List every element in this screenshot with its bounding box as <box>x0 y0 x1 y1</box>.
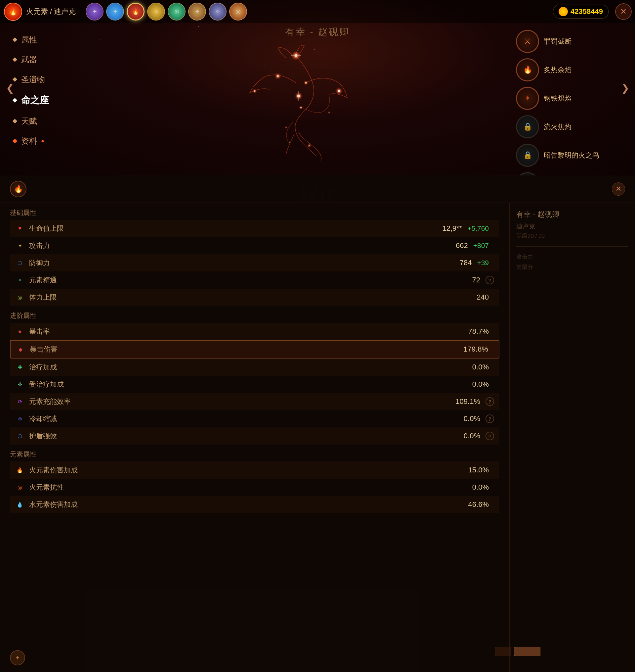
char-avatar-5[interactable]: ❄ <box>168 3 185 21</box>
info-divider <box>516 246 628 247</box>
stat-value-em: 72 <box>472 276 480 285</box>
stat-row-er: ⟳ 元素充能效率 109.1% ? <box>10 393 499 410</box>
action-btn-add[interactable]: + <box>10 650 25 665</box>
stat-icon-er: ⟳ <box>15 397 24 406</box>
stat-name-em: 元素精通 <box>29 275 472 285</box>
char-avatar-8[interactable]: ◎ <box>229 3 247 21</box>
lock-icon-4: 🔒 <box>523 123 532 131</box>
stat-value-heal: 0.0% <box>472 363 489 372</box>
panel-close-button[interactable]: ✕ <box>612 183 625 196</box>
panel-title-area: 🔥 <box>10 181 26 197</box>
sidebar-label-attributes: 属性 <box>21 35 37 45</box>
pagination-area <box>495 647 541 665</box>
stat-row-hydro-dmg: 💧 水元素伤害加成 46.6% <box>10 496 499 513</box>
stat-name-cdr: 冷却缩减 <box>29 414 464 423</box>
stat-icon-em: ✧ <box>15 275 24 285</box>
stat-name-hydro-dmg: 水元素伤害加成 <box>29 500 468 509</box>
stat-name-pyro-res: 火元素抗性 <box>29 483 472 492</box>
sidebar-item-attributes[interactable]: 属性 <box>0 30 93 50</box>
right-panel-desc: 攻击力 前部分 <box>516 252 628 272</box>
sidebar-label-talents: 天赋 <box>21 116 37 126</box>
stat-name-er: 元素充能效率 <box>29 397 455 406</box>
stat-name-crit-rate: 暴击率 <box>29 327 468 336</box>
right-arrow-icon: ❯ <box>621 82 629 94</box>
sidebar-item-weapon[interactable]: 武器 <box>0 50 93 69</box>
sidebar-diamond-active <box>13 98 17 103</box>
stats-right-panel: 有幸 - 赵砚卿 迪卢克 等级90 / 90 攻击力 前部分 <box>509 203 635 672</box>
sidebar-label-profile: 资料 <box>21 136 37 146</box>
stat-help-cdr[interactable]: ? <box>485 415 494 423</box>
stat-row-cdr: ❄ 冷却缩减 0.0% ? <box>10 410 499 427</box>
right-panel-char-name: 有幸 - 赵砚卿 <box>516 210 628 219</box>
stat-value-pyro-dmg: 15.0% <box>468 466 489 475</box>
left-arrow-icon: ❮ <box>6 82 14 94</box>
stat-help-em[interactable]: ? <box>485 276 494 285</box>
stat-row-atk: ✦ 攻击力 662 +807 <box>10 237 499 254</box>
sidebar-item-profile[interactable]: 资料 ● <box>0 131 93 151</box>
stat-value-er: 109.1% <box>455 397 480 406</box>
stat-icon-incoming-heal: ✜ <box>15 380 24 389</box>
svg-point-3 <box>277 75 279 77</box>
ability-item-6[interactable]: 🔒 清算黑暗的炎之剑 <box>516 172 628 175</box>
ability-item-3[interactable]: ✦ 钢铁炽焰 <box>516 87 628 110</box>
stat-row-pyro-dmg: 🔥 火元素伤害加成 15.0% <box>10 461 499 479</box>
top-game-section: 🔥 火元素 / 迪卢克 ✦ ✦ 🔥 ✧ ❄ ✦ ✧ <box>0 0 635 175</box>
right-panel-char-sub: 迪卢克 <box>516 222 628 231</box>
stat-value-crit-rate: 78.7% <box>468 327 489 336</box>
character-list: ✦ ✦ 🔥 ✧ ❄ ✦ ✧ ◎ <box>86 3 553 21</box>
stat-row-hp: ♥ 生命值上限 12,9** +5,760 <box>10 220 499 237</box>
header-close-button[interactable]: ✕ <box>615 3 632 20</box>
stat-value-cdr: 0.0% <box>464 415 480 423</box>
header-bar: 🔥 火元素 / 迪卢克 ✦ ✦ 🔥 ✧ ❄ ✦ ✧ <box>0 0 635 23</box>
svg-point-11 <box>300 107 302 108</box>
stat-bonus-hp: +5,760 <box>467 225 489 232</box>
sidebar-label-constellation: 命之座 <box>21 94 49 107</box>
constellation-svg <box>217 30 375 169</box>
ability-icon-2: 🔥 <box>516 58 539 81</box>
nav-arrow-right[interactable]: ❯ <box>618 78 632 98</box>
stat-value-incoming-heal: 0.0% <box>472 380 489 388</box>
stat-row-em: ✧ 元素精通 72 ? <box>10 271 499 289</box>
sidebar-label-weapon: 武器 <box>21 54 37 65</box>
svg-point-7 <box>338 90 340 92</box>
char-avatar-1[interactable]: ✦ <box>86 3 104 21</box>
stat-icon-shield: ⬡ <box>15 431 24 441</box>
ability-item-2[interactable]: 🔥 炙热余焰 <box>516 58 628 81</box>
currency-display: 42358449 <box>553 5 609 19</box>
lock-icon-5: 🔒 <box>523 151 532 160</box>
stat-value-hp: 12,9** <box>442 224 462 233</box>
char-avatar-2[interactable]: ✦ <box>106 3 124 21</box>
abilities-panel: ⚔ 罪罚截断 🔥 炙热余焰 ✦ 钢铁炽焰 🔒 流火焦灼 <box>516 30 628 175</box>
game-logo: 🔥 <box>4 3 22 21</box>
ability-item-1[interactable]: ⚔ 罪罚截断 <box>516 30 628 53</box>
stat-icon-heal: ✚ <box>15 362 24 372</box>
page-indicator-1 <box>495 647 511 656</box>
stat-row-shield: ⬡ 护盾强效 0.0% ? <box>10 427 499 445</box>
stat-help-shield[interactable]: ? <box>485 432 494 440</box>
char-avatar-6[interactable]: ✦ <box>188 3 206 21</box>
nav-arrow-left[interactable]: ❮ <box>3 78 17 98</box>
sidebar-item-talents[interactable]: 天赋 <box>0 111 93 131</box>
sidebar-diamond <box>13 57 17 62</box>
currency-amount: 42358449 <box>570 7 603 16</box>
stat-icon-cdr: ❄ <box>15 414 24 423</box>
svg-point-15 <box>309 145 310 146</box>
stat-row-heal: ✚ 治疗加成 0.0% <box>10 358 499 376</box>
page-indicator-2 <box>514 647 541 656</box>
stat-value-crit-dmg: 179.8% <box>463 345 488 354</box>
stat-help-er[interactable]: ? <box>485 397 494 406</box>
ability-item-5[interactable]: 🔒 昭告黎明的火之鸟 <box>516 144 628 167</box>
char-avatar-7[interactable]: ✧ <box>209 3 226 21</box>
sidebar-diamond <box>13 37 17 42</box>
ability-name-4: 流火焦灼 <box>544 122 571 131</box>
ability-item-4[interactable]: 🔒 流火焦灼 <box>516 115 628 139</box>
ability-name-2: 炙热余焰 <box>544 65 571 75</box>
sidebar-diamond-orange <box>13 139 17 143</box>
stat-row-stamina: ◎ 体力上限 240 <box>10 289 499 306</box>
char-avatar-3[interactable]: 🔥 <box>127 3 145 21</box>
stat-name-crit-dmg: 暴击伤害 <box>30 344 463 354</box>
svg-point-5 <box>305 82 307 84</box>
stat-name-shield: 护盾强效 <box>29 431 464 441</box>
stat-value-shield: 0.0% <box>464 432 480 440</box>
char-avatar-4[interactable]: ✧ <box>147 3 165 21</box>
